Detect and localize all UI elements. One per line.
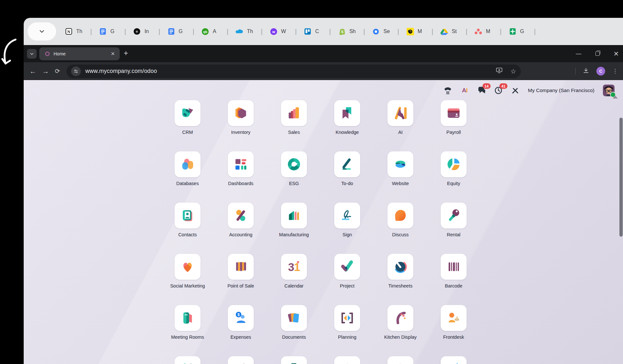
tab-close-icon[interactable]: ✕	[109, 50, 116, 57]
window-minimize-button[interactable]: —	[576, 51, 581, 57]
app-tile-crm[interactable]	[175, 100, 201, 126]
bookmark-separator: |	[193, 28, 194, 35]
toolbar-separator	[575, 68, 576, 75]
bookmark-webflow[interactable]: wW	[269, 27, 288, 36]
app-tile-partial-3[interactable]	[281, 356, 307, 364]
app-tile-calendar[interactable]: 31	[281, 254, 307, 280]
app-tile-meeting-rooms[interactable]	[175, 305, 201, 331]
bookmark-star-icon[interactable]: ☆	[510, 67, 516, 75]
app-tile-equity[interactable]	[441, 151, 467, 177]
app-tile-accounting[interactable]	[228, 203, 254, 229]
app-tile-kitchen-display[interactable]	[387, 305, 413, 331]
app-cell: Accounting	[214, 203, 267, 254]
app-label: Inventory	[231, 130, 250, 135]
app-tile-contacts[interactable]	[175, 203, 201, 229]
tab-home[interactable]: Home ✕	[39, 47, 120, 60]
app-tile-esg[interactable]	[281, 151, 307, 177]
bookmark-gsheets[interactable]: G	[508, 27, 527, 36]
bookmark-shopify[interactable]: SSh	[338, 27, 357, 36]
odoo-favicon-icon	[45, 52, 50, 56]
bookmark-quickbooks[interactable]: qbA	[201, 27, 220, 36]
install-app-icon[interactable]	[496, 67, 503, 75]
app-tile-to-do[interactable]	[334, 151, 360, 177]
url-text[interactable]: www.mycompany.com/odoo	[85, 68, 496, 75]
developer-tools-icon[interactable]	[510, 86, 520, 95]
equity-app-icon	[446, 157, 461, 172]
app-tile-social-marketing[interactable]	[175, 254, 201, 280]
bookmark-settings-gear[interactable]: Se	[372, 27, 391, 36]
bookmarks-bar: NTh|G|✳In|G|qbA|Th|wW|C|SSh|Se|M|St|M|G|	[24, 18, 623, 45]
to-do-app-icon	[340, 157, 355, 172]
tab-search-button[interactable]	[27, 49, 37, 59]
app-label: Social Marketing	[170, 283, 205, 288]
app-tile-manufacturing[interactable]	[281, 203, 307, 229]
scrollbar[interactable]	[619, 118, 623, 237]
forward-button[interactable]: →	[42, 67, 49, 75]
app-tile-timesheets[interactable]	[387, 254, 413, 280]
app-label: Kitchen Display	[384, 335, 417, 340]
ai-assistant-icon[interactable]: AI	[460, 86, 470, 95]
app-tile-knowledge[interactable]	[334, 100, 360, 126]
address-bar[interactable]: www.mycompany.com/odoo ☆	[67, 65, 521, 78]
bookmark-gdocs[interactable]: G	[99, 27, 117, 36]
app-tile-dashboards[interactable]	[228, 151, 254, 177]
bookmark-mailchimp[interactable]: M	[406, 27, 425, 36]
user-avatar[interactable]	[603, 85, 615, 96]
app-tile-sign[interactable]	[334, 203, 360, 229]
bookmark-openai[interactable]: ✳In	[133, 27, 152, 36]
app-cell	[374, 356, 427, 364]
bookmarks-chevron-button[interactable]	[28, 22, 56, 41]
app-tile-documents[interactable]	[281, 305, 307, 331]
activities-badge: 41	[499, 83, 507, 89]
messages-icon[interactable]: 14	[477, 86, 486, 95]
app-label: Website	[392, 181, 409, 186]
app-tile-partial-2[interactable]	[228, 356, 254, 364]
app-tile-partial-4[interactable]	[334, 356, 360, 364]
reload-button[interactable]: ⟳	[55, 67, 60, 75]
bookmark-notion[interactable]: NTh	[65, 27, 83, 36]
app-tile-expenses[interactable]: $	[228, 305, 254, 331]
app-tile-project[interactable]	[334, 254, 360, 280]
app-label: Equity	[447, 181, 460, 186]
bookmark-gdrive[interactable]: St	[440, 27, 459, 36]
app-cell: ESG	[267, 151, 321, 203]
app-tile-partial-6[interactable]	[441, 356, 467, 364]
app-label: Payroll	[446, 130, 461, 135]
bookmark-separator: |	[124, 28, 126, 35]
app-tile-frontdesk[interactable]	[441, 305, 467, 331]
new-tab-button[interactable]: +	[124, 49, 128, 57]
bookmark-salesforce[interactable]: Th	[235, 27, 254, 36]
back-button[interactable]: ←	[30, 67, 36, 75]
app-tile-rental[interactable]	[441, 203, 467, 229]
app-tile-partial-5[interactable]	[387, 356, 413, 364]
site-settings-icon[interactable]	[71, 66, 81, 76]
app-tile-planning[interactable]	[334, 305, 360, 331]
app-tile-databases[interactable]	[175, 151, 201, 177]
app-tile-point-of-sale[interactable]	[228, 254, 254, 280]
window-close-button[interactable]: ✕	[613, 51, 619, 57]
app-tile-website[interactable]	[387, 151, 413, 177]
app-tile-sales[interactable]	[281, 100, 307, 126]
esg-app-icon	[287, 157, 301, 172]
window-restore-button[interactable]	[594, 51, 600, 57]
bookmark-trello[interactable]: C	[303, 27, 322, 36]
app-tile-payroll[interactable]	[441, 100, 467, 126]
app-tile-ai[interactable]	[387, 100, 413, 126]
bookmark-separator: |	[329, 28, 331, 35]
svg-text:1: 1	[294, 261, 300, 273]
bookmark-gdocs[interactable]: G	[167, 27, 186, 36]
app-grid: CRMInventorySalesKnowledgeAIPayrollDatab…	[161, 100, 480, 364]
scroll-up-arrow-icon[interactable]	[613, 96, 618, 99]
svg-text:3: 3	[288, 261, 294, 273]
downloads-icon[interactable]	[583, 67, 589, 75]
company-switcher[interactable]: My Company (San Francisco)	[528, 88, 594, 93]
browser-menu-icon[interactable]: ⋮	[612, 68, 618, 75]
app-tile-partial-1[interactable]	[175, 356, 201, 364]
app-tile-inventory[interactable]	[228, 100, 254, 126]
app-tile-barcode[interactable]	[441, 254, 467, 280]
browser-profile-avatar[interactable]: C	[596, 67, 605, 76]
bookmark-asana[interactable]: M	[474, 27, 493, 36]
activities-clock-icon[interactable]: 41	[494, 86, 503, 95]
voip-phone-icon[interactable]	[443, 86, 453, 95]
app-tile-discuss[interactable]	[387, 203, 413, 229]
